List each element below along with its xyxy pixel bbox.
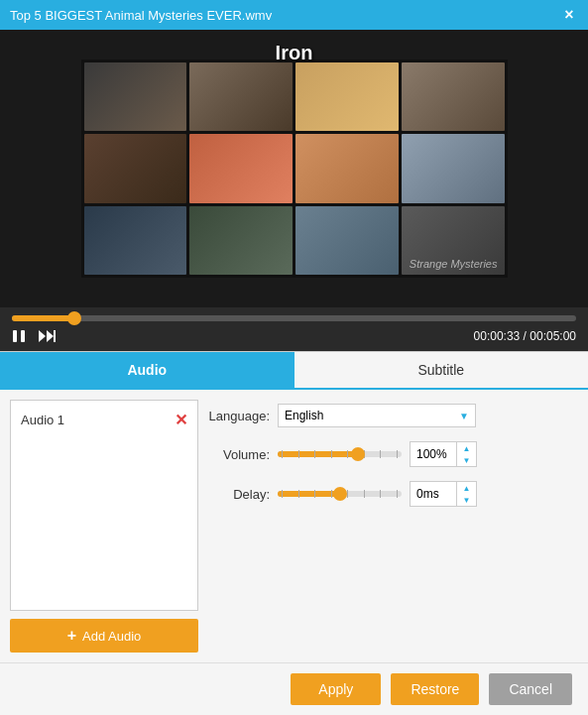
progress-fill <box>12 315 74 321</box>
tab-area: Audio Subtitle Audio 1 ✕ + Add Audio <box>0 351 588 662</box>
mosaic-cell <box>189 62 293 131</box>
delay-slider[interactable] <box>278 491 402 497</box>
svg-rect-0 <box>13 330 17 342</box>
language-dropdown[interactable]: English ▼ <box>278 404 476 427</box>
mosaic-cell <box>84 62 187 131</box>
volume-increment-button[interactable]: ▲ <box>457 442 476 454</box>
delay-spinner-arrows: ▲ ▼ <box>456 482 476 506</box>
tabs-header: Audio Subtitle <box>0 352 588 390</box>
tab-audio[interactable]: Audio <box>0 352 294 388</box>
volume-value: 100% <box>416 447 447 461</box>
audio-track-item: Audio 1 ✕ <box>17 407 191 433</box>
delay-spinner[interactable]: 0ms ▲ ▼ <box>410 481 477 507</box>
main-window: Top 5 BIGGEST Animal Mysteries EVER.wmv … <box>0 0 588 715</box>
mosaic-cell <box>84 134 187 202</box>
progress-thumb[interactable] <box>67 311 81 325</box>
apply-button[interactable]: Apply <box>291 673 381 705</box>
audio-list-panel: Audio 1 ✕ + Add Audio <box>10 400 198 653</box>
volume-control: 100% ▲ ▼ <box>278 441 578 467</box>
volume-row: Volume: <box>208 441 578 467</box>
mosaic-cell <box>402 62 505 131</box>
audio-list: Audio 1 ✕ <box>10 400 198 611</box>
language-value: English <box>285 409 323 422</box>
add-audio-icon: + <box>67 627 76 645</box>
pause-button[interactable] <box>12 329 28 343</box>
progress-track[interactable] <box>12 315 576 321</box>
delay-thumb[interactable] <box>333 487 347 501</box>
add-audio-button[interactable]: + Add Audio <box>10 619 198 653</box>
tab-subtitle[interactable]: Subtitle <box>294 352 589 388</box>
mosaic-cell <box>189 134 293 202</box>
mosaic-cell <box>402 134 505 202</box>
language-label: Language: <box>208 409 270 423</box>
video-placeholder: Strange Mysteries <box>81 60 508 278</box>
tab-content-audio: Audio 1 ✕ + Add Audio Language: English <box>0 390 588 662</box>
mosaic-cell <box>295 62 399 131</box>
title-bar: Top 5 BIGGEST Animal Mysteries EVER.wmv … <box>0 0 588 30</box>
bottom-bar: Apply Restore Cancel <box>0 662 588 715</box>
delay-label: Delay: <box>208 487 270 502</box>
delay-increment-button[interactable]: ▲ <box>457 482 476 494</box>
close-button[interactable]: × <box>560 6 578 24</box>
time-total: 00:05:00 <box>529 329 576 343</box>
volume-fill <box>278 451 358 457</box>
time-current: 00:00:33 <box>474 329 521 343</box>
cancel-button[interactable]: Cancel <box>489 673 572 705</box>
volume-spinner[interactable]: 100% ▲ ▼ <box>410 441 477 467</box>
chevron-down-icon: ▼ <box>459 411 469 421</box>
mosaic-cell <box>84 206 187 275</box>
watermark: Strange Mysteries <box>410 258 498 270</box>
volume-thumb[interactable] <box>351 447 365 461</box>
video-title: Iron <box>0 42 588 64</box>
delay-decrement-button[interactable]: ▼ <box>457 494 476 506</box>
time-display: 00:00:33 / 00:05:00 <box>474 329 576 343</box>
player-controls: 00:00:33 / 00:05:00 <box>0 325 588 351</box>
svg-rect-1 <box>21 330 25 342</box>
svg-marker-2 <box>39 330 46 342</box>
audio-track-label: Audio 1 <box>21 413 64 427</box>
add-audio-label: Add Audio <box>82 629 141 644</box>
volume-label: Volume: <box>208 447 270 462</box>
language-row: Language: English ▼ <box>208 404 578 427</box>
language-control: English ▼ <box>278 404 578 427</box>
mosaic-cell <box>295 134 399 202</box>
mosaic-cell <box>295 206 399 275</box>
delay-control: 0ms ▲ ▼ <box>278 481 578 507</box>
video-mosaic <box>81 60 508 278</box>
delay-row: Delay: <box>208 481 578 507</box>
volume-spinner-arrows: ▲ ▼ <box>456 442 476 466</box>
restore-button[interactable]: Restore <box>391 673 479 705</box>
audio-settings-panel: Language: English ▼ Volume: <box>208 400 578 653</box>
mosaic-cell <box>189 206 293 275</box>
svg-rect-4 <box>54 330 56 342</box>
progress-bar-container <box>0 307 588 325</box>
delay-value: 0ms <box>416 487 439 501</box>
controls-left <box>12 329 56 343</box>
delay-fill <box>278 491 340 497</box>
audio-track-remove-button[interactable]: ✕ <box>175 411 187 429</box>
svg-marker-3 <box>47 330 54 342</box>
volume-decrement-button[interactable]: ▼ <box>457 454 476 466</box>
window-title: Top 5 BIGGEST Animal Mysteries EVER.wmv <box>10 8 272 23</box>
fast-forward-button[interactable] <box>38 329 56 343</box>
volume-slider[interactable] <box>278 451 402 457</box>
video-area: Iron Strange Mysteries <box>0 30 588 307</box>
